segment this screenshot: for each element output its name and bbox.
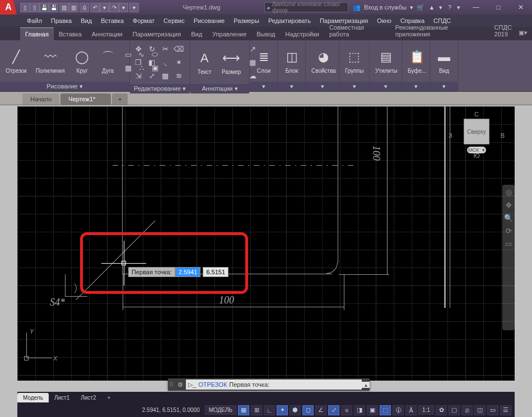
status-grid-icon[interactable]: ▦	[238, 405, 249, 415]
cmd-handle-icon[interactable]: ⠿	[168, 381, 175, 388]
status-otrack-icon[interactable]: ⤢	[328, 405, 339, 415]
status-hw-icon[interactable]: ⎚	[461, 405, 473, 415]
help-icon[interactable]: ?	[446, 3, 454, 11]
ribbon-tab-addins[interactable]: Надстройки	[281, 28, 324, 40]
vc-west[interactable]: З	[449, 132, 452, 139]
menu-insert[interactable]: Вставка	[96, 15, 128, 26]
panel-draw-label[interactable]: Рисование ▾	[0, 82, 129, 91]
panel-block-arrow[interactable]: ▾	[278, 82, 305, 91]
sheet-layout2[interactable]: Лист2	[75, 393, 101, 402]
status-osnap-icon[interactable]: ◻	[302, 405, 314, 415]
sheet-layout1[interactable]: Лист1	[49, 393, 75, 402]
doc-tab-close-icon[interactable]: ✕	[99, 96, 103, 102]
exchange-drop-icon[interactable]: ▾	[439, 4, 442, 11]
utils-button[interactable]: ▤Утилиты	[372, 48, 401, 75]
vc-east[interactable]: В	[501, 132, 505, 139]
copy-icon[interactable]: ❐	[132, 56, 144, 68]
qat-dropdown-icon[interactable]: ▾	[129, 3, 139, 12]
menu-edit[interactable]: Правка	[46, 15, 76, 26]
ribbon-tab-view[interactable]: Вид	[186, 28, 207, 40]
doc-tab-active[interactable]: Чертеж1*✕	[60, 93, 111, 105]
qat-save-icon[interactable]: 💾	[39, 3, 49, 12]
panel-annotate-label[interactable]: Аннотации ▾	[190, 84, 249, 93]
qat-undo-drop-icon[interactable]: ▾	[100, 3, 109, 12]
status-polar-icon[interactable]: ✦	[277, 405, 288, 415]
ribbon-tab-home[interactable]: Главная	[20, 27, 54, 40]
drawing-canvas[interactable]: 100 100 S4* Первая точка: 2.5941 6.5151 …	[17, 106, 515, 381]
view-button[interactable]: ▬Вид	[432, 48, 456, 75]
explode-icon[interactable]: ✶	[172, 56, 185, 68]
status-3dosnap-icon[interactable]: ∠	[315, 405, 326, 415]
status-lwt-icon[interactable]: ≡	[341, 405, 352, 415]
doc-tab-home[interactable]: Начало	[22, 93, 59, 105]
status-iso-icon[interactable]: ⬢	[290, 405, 301, 415]
cmd-history-icon[interactable]: ▴	[362, 382, 370, 388]
menu-view[interactable]: Вид	[76, 15, 96, 26]
status-ortho-icon[interactable]: ∟	[264, 405, 275, 415]
nav-orbit-icon[interactable]: ⟳	[506, 227, 512, 235]
exchange-icon[interactable]: ▲	[428, 3, 436, 11]
menu-tools[interactable]: Сервис	[159, 15, 189, 26]
ribbon-tab-output[interactable]: Вывод	[251, 28, 280, 40]
nav-showmotion-icon[interactable]: ▭	[505, 240, 512, 248]
qat-undo-icon[interactable]: ↶	[90, 3, 100, 12]
status-custom-icon[interactable]: ☰	[500, 405, 511, 415]
text-button[interactable]: AТекст	[193, 49, 216, 76]
maximize-button[interactable]: □	[487, 0, 510, 15]
status-autoscale-icon[interactable]: Å	[405, 405, 417, 415]
ucs-icon[interactable]: Y X	[22, 329, 55, 363]
panel-props-arrow[interactable]: ▾	[306, 82, 339, 91]
trim-icon[interactable]: ✂	[159, 43, 171, 55]
ribbon-min-icon[interactable]: ▣▾	[519, 29, 528, 36]
menu-modify[interactable]: Редактировать	[264, 15, 315, 26]
doc-tab-add[interactable]: +	[112, 93, 128, 105]
command-line[interactable]: ⠿ ⚙ ▷_ ОТРЕЗОК Первая точка: ▴	[168, 378, 370, 391]
nav-zoom-icon[interactable]: 🔍	[504, 214, 513, 222]
panel-view-arrow[interactable]: ▾	[430, 82, 458, 91]
vc-top-face[interactable]: Сверху	[464, 119, 489, 144]
close-button[interactable]: ✕	[510, 0, 532, 15]
status-clean-icon[interactable]: ▭	[487, 405, 498, 415]
qat-saveas-icon[interactable]: 💾	[49, 3, 58, 12]
arc-button[interactable]: ⌒Дуга	[96, 48, 120, 75]
menu-draw[interactable]: Рисование	[189, 15, 229, 26]
layers-button[interactable]: ≣Слои	[252, 48, 276, 75]
line-button[interactable]: ╱Отрезок	[2, 48, 30, 75]
offset-icon[interactable]: ≋	[172, 69, 185, 82]
menu-format[interactable]: Формат	[128, 15, 159, 26]
status-monitor-icon[interactable]: ▢	[449, 405, 460, 415]
qat-web-open-icon[interactable]: ▥	[59, 3, 69, 12]
status-qp-icon[interactable]: ▣	[367, 405, 378, 415]
move-icon[interactable]: ✥	[132, 43, 144, 55]
panel-utils-arrow[interactable]: ▾	[370, 82, 402, 91]
qat-redo-drop-icon[interactable]: ▾	[119, 3, 128, 12]
minimize-button[interactable]: —	[465, 0, 487, 15]
props-button[interactable]: ◕Свойства	[308, 48, 339, 75]
erase-icon[interactable]: ⌫	[172, 43, 185, 55]
cart-icon[interactable]: 🛒	[417, 3, 424, 11]
viewcube[interactable]: С З В Сверху Ю МСК▾	[449, 111, 505, 172]
qat-open-icon[interactable]: ▯	[30, 3, 39, 12]
fillet-icon[interactable]: ◟	[159, 56, 171, 68]
signin-drop-icon[interactable]: ▾	[410, 4, 413, 11]
nav-pan-icon[interactable]: ✥	[506, 201, 512, 209]
array-icon[interactable]: ▦	[159, 69, 171, 82]
stretch-icon[interactable]: ⇲	[132, 69, 144, 82]
ribbon-tab-manage[interactable]: Управление	[207, 28, 251, 40]
circle-button[interactable]: ◯Круг	[71, 48, 94, 75]
status-annoscale[interactable]: 1:1	[418, 405, 434, 415]
status-ws-icon[interactable]: ✿	[436, 405, 447, 415]
menu-file[interactable]: Файл	[22, 15, 46, 26]
dim-button[interactable]: ⟷Размер	[218, 49, 244, 76]
signin-icon[interactable]: 👥	[353, 3, 361, 11]
cmd-customize-icon[interactable]: ⚙	[175, 381, 186, 388]
ribbon-tab-featured[interactable]: Рекомендованные приложения	[390, 21, 489, 40]
status-snap-icon[interactable]: ⊞	[251, 405, 262, 415]
qat-new-icon[interactable]: ▯	[20, 3, 30, 12]
panel-groups-arrow[interactable]: ▾	[339, 82, 369, 91]
block-button[interactable]: ◫Блок	[280, 48, 304, 75]
status-trans-icon[interactable]: ◨	[354, 405, 365, 415]
ribbon-tab-annotate[interactable]: Аннотации	[87, 28, 128, 40]
vc-north[interactable]: С	[449, 111, 505, 118]
panel-modify-label[interactable]: Редактирование ▾	[130, 84, 190, 93]
